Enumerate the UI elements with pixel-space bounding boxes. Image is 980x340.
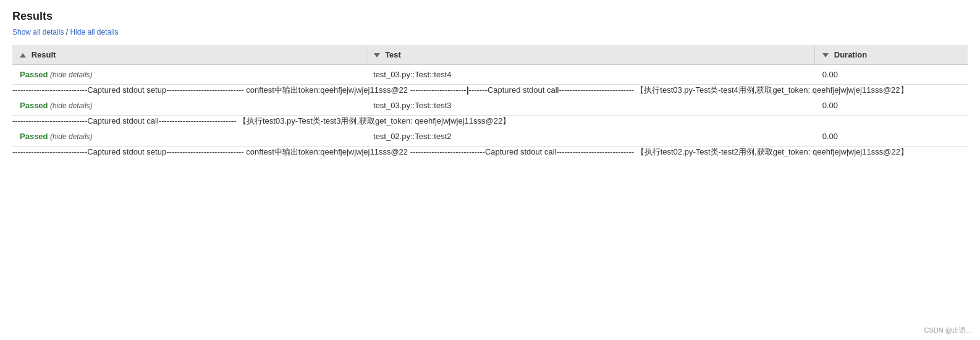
sort-desc-icon-test	[374, 53, 380, 57]
table-row: Passed (hide details)test_02.py::Test::t…	[12, 127, 968, 147]
col-duration-label: Duration	[834, 50, 867, 59]
page-title: Results	[12, 10, 968, 23]
table-header: Result Test Duration	[12, 45, 968, 65]
col-header-result[interactable]: Result	[12, 45, 366, 65]
text-cursor	[467, 87, 468, 95]
detail-cell: ----------------------------Captured std…	[12, 147, 968, 158]
col-header-duration[interactable]: Duration	[815, 45, 968, 65]
show-all-details-link[interactable]: Show all details	[12, 28, 64, 36]
results-table: Result Test Duration Passed (hide detail…	[12, 45, 968, 158]
sort-desc-icon-dur	[822, 53, 829, 57]
table-body: Passed (hide details)test_03.py::Test::t…	[12, 65, 968, 158]
test-cell: test_03.py::Test::test4	[366, 65, 815, 85]
duration-cell: 0.00	[815, 127, 968, 147]
result-cell: Passed (hide details)	[12, 96, 366, 116]
result-cell: Passed (hide details)	[12, 65, 366, 85]
hide-details-label: (hide details)	[48, 101, 93, 110]
test-cell: test_02.py::Test::test2	[366, 127, 815, 147]
sort-asc-icon	[20, 53, 26, 57]
result-passed-label: Passed	[20, 101, 48, 110]
col-header-test[interactable]: Test	[366, 45, 815, 65]
detail-row: ----------------------------Captured std…	[12, 85, 968, 96]
hide-all-details-link[interactable]: Hide all details	[70, 28, 118, 36]
table-row: Passed (hide details)test_03.py::Test::t…	[12, 65, 968, 85]
hide-details-label: (hide details)	[48, 70, 93, 79]
table-row: Passed (hide details)test_03.py::Test::t…	[12, 96, 968, 116]
col-result-label: Result	[32, 50, 56, 59]
result-passed-label: Passed	[20, 132, 48, 141]
detail-row: ----------------------------Captured std…	[12, 147, 968, 158]
result-passed-label: Passed	[20, 70, 48, 79]
result-cell: Passed (hide details)	[12, 127, 366, 147]
test-cell: test_03.py::Test::test3	[366, 96, 815, 116]
detail-links: Show all details / Hide all details	[12, 28, 968, 36]
col-test-label: Test	[385, 50, 401, 59]
detail-row: ----------------------------Captured std…	[12, 116, 968, 127]
hide-details-label: (hide details)	[48, 132, 93, 141]
detail-cell: ----------------------------Captured std…	[12, 85, 968, 96]
duration-cell: 0.00	[815, 65, 968, 85]
detail-cell: ----------------------------Captured std…	[12, 116, 968, 127]
duration-cell: 0.00	[815, 96, 968, 116]
